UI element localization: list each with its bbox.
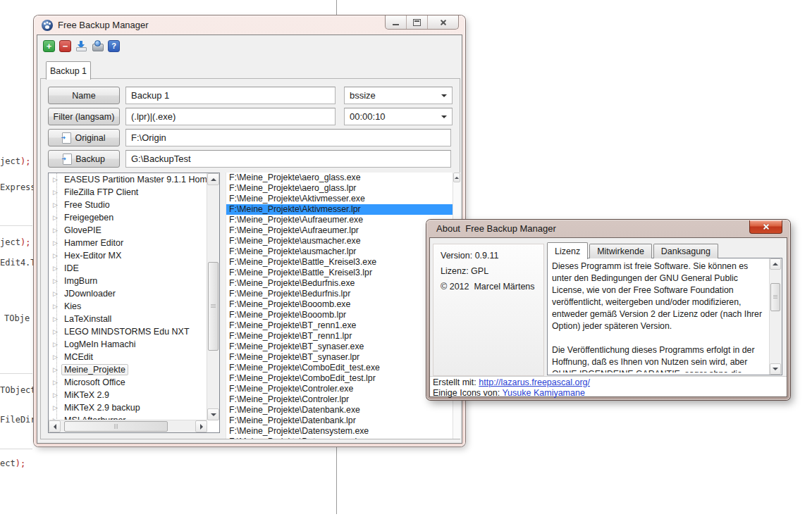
tree-item[interactable]: ▷JDownloader (49, 287, 207, 300)
tree-item[interactable]: ▷ImgBurn (49, 275, 207, 287)
file-row[interactable]: F:\Meine_Projekte\Aktivmesser.lpr (226, 204, 460, 215)
file-row[interactable]: F:\Meine_Projekte\Controler.exe (226, 384, 460, 394)
file-row[interactable]: F:\Meine_Projekte\Bedurfnis.lpr (226, 289, 460, 299)
tab-danksagung[interactable]: Danksagung (653, 244, 718, 258)
expand-arrow-icon[interactable]: ▷ (53, 201, 61, 208)
expand-arrow-icon[interactable]: ▷ (53, 239, 61, 246)
scroll-up-button[interactable] (453, 173, 460, 182)
tree-item[interactable]: ▷LogMeIn Hamachi (49, 338, 207, 351)
license-scrollbar[interactable] (769, 258, 782, 375)
expand-arrow-icon[interactable]: ▷ (53, 290, 61, 297)
scroll-down-button[interactable] (207, 408, 219, 420)
file-row[interactable]: F:\Meine_Projekte\Aufraeumer.exe (226, 215, 460, 225)
interval-combobox[interactable]: 00:00:10 (344, 108, 453, 125)
file-row[interactable]: F:\Meine_Projekte\Controler.lpr (226, 394, 460, 405)
file-row[interactable]: F:\Meine_Projekte\Datensystem.exe (226, 426, 460, 437)
lazarus-link[interactable]: http://lazarus.freepascal.org/ (479, 377, 590, 387)
tab-mitwirkende[interactable]: Mitwirkende (589, 244, 652, 258)
remove-backup-button[interactable]: − (59, 40, 71, 52)
tree-item[interactable]: ▷Freigegeben (49, 211, 207, 224)
run-backup-button[interactable] (92, 40, 104, 52)
original-path-input[interactable]: F:\Origin (125, 129, 451, 146)
tree-item[interactable]: ▷LEGO MINDSTORMS Edu NXT (49, 325, 207, 338)
file-row[interactable]: F:\Meine_Projekte\aero_glass.lpr (226, 183, 460, 194)
about-titlebar[interactable]: About Free Backup Manager (426, 220, 790, 237)
tab-backup-1[interactable]: Backup 1 (46, 61, 91, 80)
scroll-right-button[interactable] (195, 420, 207, 432)
expand-arrow-icon[interactable]: ▷ (53, 265, 61, 272)
tree-item[interactable]: ▷Hammer Editor (49, 237, 207, 249)
import-button[interactable] (75, 40, 87, 52)
file-row[interactable]: F:\Meine_Projekte\Booomb.lpr (226, 310, 460, 320)
file-row[interactable]: F:\Meine_Projekte\BT_renn1.lpr (226, 331, 460, 342)
backup-path-input[interactable]: G:\BackupTest (125, 150, 451, 168)
tree-item[interactable]: ▷MiKTeX 2.9 backup (49, 401, 207, 414)
expand-arrow-icon[interactable]: ▷ (53, 315, 61, 323)
backup-button[interactable]: Backup (48, 150, 120, 168)
expand-arrow-icon[interactable]: ▷ (53, 189, 61, 196)
scroll-up-button[interactable] (207, 173, 219, 185)
expand-arrow-icon[interactable]: ▷ (53, 392, 61, 399)
filter-input[interactable]: (.lpr)|(.exe) (125, 108, 336, 125)
tree-item[interactable]: ▷IDE (49, 262, 207, 275)
help-button[interactable]: ? (108, 40, 120, 52)
tree-item[interactable]: ▷Microsoft Office (49, 376, 207, 389)
file-row[interactable]: F:\Meine_Projekte\Datenbank.lpr (226, 415, 460, 426)
file-row[interactable]: F:\Meine_Projekte\Datensystem.lpr (226, 437, 460, 439)
filter-button[interactable]: Filter (langsam) (48, 108, 120, 125)
file-row[interactable]: F:\Meine_Projekte\BT_renn1.exe (226, 320, 460, 331)
expand-arrow-icon[interactable]: ▷ (53, 379, 61, 386)
expand-arrow-icon[interactable]: ▷ (53, 252, 61, 259)
name-button[interactable]: Name (48, 87, 120, 104)
tree-item[interactable]: ▷MiKTeX 2.9 (49, 389, 207, 401)
maximize-button[interactable] (407, 15, 428, 29)
about-close-button[interactable] (749, 220, 782, 234)
scroll-thumb[interactable] (770, 283, 780, 311)
icons-author-link[interactable]: Yusuke Kamiyamane (502, 388, 584, 398)
tree-item[interactable]: ▷EASEUS Partition Master 9.1.1 Home (49, 173, 207, 186)
scroll-thumb[interactable] (208, 262, 219, 351)
scroll-down-button[interactable] (770, 363, 781, 375)
expand-arrow-icon[interactable]: ▷ (53, 277, 61, 284)
expand-arrow-icon[interactable]: ▷ (53, 214, 61, 221)
scroll-thumb[interactable] (64, 421, 168, 432)
file-row[interactable]: F:\Meine_Projekte\Battle_Kreisel3.lpr (226, 268, 460, 278)
tree-item[interactable]: ▷Meine_Projekte (49, 363, 207, 376)
tree-vertical-scrollbar[interactable] (207, 173, 219, 420)
expand-arrow-icon[interactable]: ▷ (53, 366, 61, 373)
tree-item[interactable]: ▷Hex-Editor MX (49, 249, 207, 262)
close-button[interactable] (428, 15, 458, 29)
tree-item[interactable]: ▷MCEdit (49, 351, 207, 363)
file-row[interactable]: F:\Meine_Projekte\ComboEdit_test.exe (226, 363, 460, 373)
add-backup-button[interactable]: + (43, 40, 55, 52)
file-row[interactable]: F:\Meine_Projekte\ausmacher.lpr (226, 246, 460, 257)
scroll-left-button[interactable] (49, 420, 61, 432)
tree-item[interactable]: ▷Kies (49, 300, 207, 313)
tab-lizenz[interactable]: Lizenz (547, 242, 588, 259)
size-combobox[interactable]: bssize (344, 87, 453, 104)
tree-item[interactable]: ▷LaTeXinstall (49, 313, 207, 325)
file-row[interactable]: F:\Meine_Projekte\Booomb.exe (226, 299, 460, 310)
original-button[interactable]: Original (48, 129, 120, 146)
file-row[interactable]: F:\Meine_Projekte\ComboEdit_test.lpr (226, 373, 460, 384)
expand-arrow-icon[interactable]: ▷ (53, 341, 61, 348)
minimize-button[interactable] (386, 15, 407, 29)
license-textbox[interactable]: Dieses Programm ist freie Software. Sie … (547, 258, 782, 375)
expand-arrow-icon[interactable]: ▷ (53, 328, 61, 335)
file-row[interactable]: F:\Meine_Projekte\Datenbank.exe (226, 405, 460, 415)
file-row[interactable]: F:\Meine_Projekte\Bedurfnis.exe (226, 278, 460, 289)
file-row[interactable]: F:\Meine_Projekte\ausmacher.exe (226, 236, 460, 246)
tree-item[interactable]: ▷GlovePIE (49, 224, 207, 237)
expand-arrow-icon[interactable]: ▷ (53, 176, 61, 183)
file-row[interactable]: F:\Meine_Projekte\Aufraeumer.lpr (226, 225, 460, 236)
expand-arrow-icon[interactable]: ▷ (53, 354, 61, 361)
name-input[interactable]: Backup 1 (125, 87, 336, 104)
file-row[interactable]: F:\Meine_Projekte\BT_synaser.lpr (226, 352, 460, 363)
file-row[interactable]: F:\Meine_Projekte\aero_glass.exe (226, 173, 460, 183)
expand-arrow-icon[interactable]: ▷ (53, 227, 61, 234)
file-row[interactable]: F:\Meine_Projekte\Aktivmesser.exe (226, 194, 460, 204)
scroll-up-button[interactable] (770, 258, 781, 270)
file-row[interactable]: F:\Meine_Projekte\Battle_Kreisel3.exe (226, 257, 460, 268)
tree-item[interactable]: ▷Free Studio (49, 199, 207, 211)
tree-item[interactable]: ▷FileZilla FTP Client (49, 186, 207, 199)
